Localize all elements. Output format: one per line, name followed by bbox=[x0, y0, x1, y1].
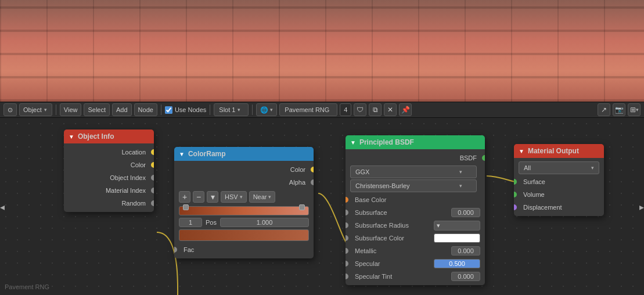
surface-label: Surface bbox=[519, 178, 545, 185]
colorramp-color-output-row: Color bbox=[174, 163, 314, 176]
colorramp-alpha-output-socket[interactable] bbox=[311, 179, 314, 185]
collapse-icon: ▼ bbox=[69, 134, 74, 140]
material-index-label: Material Index bbox=[106, 187, 146, 194]
add-label: Add bbox=[116, 106, 128, 113]
subsurface-method-dropdown[interactable]: Christensen-Burley ▾ bbox=[350, 179, 477, 192]
shield-icon-btn[interactable]: 🛡 bbox=[354, 103, 366, 116]
close-icon: ✕ bbox=[387, 106, 393, 114]
bsdf-output-row: BSDF bbox=[346, 152, 485, 164]
surface-socket[interactable] bbox=[514, 179, 517, 185]
subsurface-radius-label: Subsurface Radius bbox=[350, 222, 434, 229]
specular-label: Specular bbox=[350, 260, 434, 267]
colorramp-gradient[interactable] bbox=[179, 206, 309, 215]
editor-type-btn[interactable]: ⊞ ▾ bbox=[628, 103, 641, 116]
distribution-arrow: ▾ bbox=[459, 169, 462, 175]
specular-tint-value[interactable]: 0.000 bbox=[451, 272, 480, 281]
material-output-node: ▼ Material Output All ▾ Surface Volume bbox=[514, 144, 604, 216]
specular-value[interactable]: 0.500 bbox=[434, 259, 480, 268]
left-sidebar-arrow[interactable]: ◂ bbox=[0, 201, 5, 212]
object-mode-dropdown[interactable]: Object ▾ bbox=[19, 103, 52, 116]
material-name-field[interactable]: Pavement RNG bbox=[279, 103, 337, 116]
use-nodes-label: Use Nodes bbox=[175, 106, 206, 113]
material-output-collapse-icon: ▼ bbox=[519, 148, 524, 154]
metallic-field: Metallic 0.000 bbox=[346, 244, 485, 257]
colorramp-pos-row: Pos bbox=[174, 217, 314, 228]
copy-icon-btn[interactable]: ⧉ bbox=[369, 103, 382, 116]
bsdf-output-socket[interactable] bbox=[482, 155, 485, 161]
location-socket[interactable] bbox=[151, 149, 154, 155]
displacement-socket[interactable] bbox=[514, 204, 517, 210]
colorramp-remove-btn[interactable]: − bbox=[193, 191, 204, 203]
select-btn[interactable]: Select bbox=[84, 103, 110, 116]
subsurface-color-swatch[interactable] bbox=[434, 233, 480, 243]
separator-1 bbox=[56, 105, 56, 115]
subsurface-color-socket[interactable] bbox=[346, 235, 348, 241]
object-mode-label: Object bbox=[23, 106, 42, 113]
subsurface-radius-socket[interactable] bbox=[346, 222, 348, 228]
subsurface-radius-arrow: ▾ bbox=[437, 222, 440, 229]
specular-tint-socket[interactable] bbox=[346, 274, 348, 279]
material-output-mode-dropdown[interactable]: All ▾ bbox=[519, 161, 599, 174]
material-output-body: All ▾ Surface Volume Displacement bbox=[514, 158, 604, 216]
add-btn[interactable]: Add bbox=[112, 103, 132, 116]
colorramp-color-bar[interactable] bbox=[179, 229, 309, 241]
gradient-stop-right[interactable] bbox=[299, 204, 305, 218]
colorramp-pos-value-input[interactable] bbox=[220, 218, 309, 227]
colorramp-color-output-socket[interactable] bbox=[311, 167, 314, 172]
base-color-socket[interactable] bbox=[346, 197, 348, 203]
subsurface-radius-dropdown[interactable]: ▾ bbox=[434, 221, 480, 231]
colorramp-mode1-dropdown[interactable]: HSV ▾ bbox=[221, 191, 247, 203]
colorramp-add-btn[interactable]: + bbox=[179, 191, 190, 203]
object-info-header[interactable]: ▼ Object Info bbox=[64, 129, 154, 143]
colorramp-mode2-dropdown[interactable]: Near ▾ bbox=[249, 191, 276, 203]
location-row: Location bbox=[64, 146, 154, 159]
right-sidebar-arrow[interactable]: ▸ bbox=[639, 201, 644, 212]
slot-dropdown[interactable]: Slot 1 ▾ bbox=[214, 103, 249, 116]
material-output-mode-label: All bbox=[524, 164, 531, 171]
node-btn[interactable]: Node bbox=[134, 103, 157, 116]
specular-socket[interactable] bbox=[346, 261, 348, 267]
metallic-value[interactable]: 0.000 bbox=[451, 246, 480, 256]
random-socket[interactable] bbox=[151, 200, 154, 206]
view-btn[interactable]: View bbox=[60, 103, 82, 116]
render-icon-btn[interactable]: 📷 bbox=[613, 103, 625, 116]
material-output-header[interactable]: ▼ Material Output bbox=[514, 144, 604, 158]
colorramp-expand-btn[interactable]: ▾ bbox=[207, 191, 218, 203]
volume-label: Volume bbox=[519, 191, 545, 198]
volume-input-row: Volume bbox=[514, 188, 604, 201]
scene-name-label: Pavement RNG bbox=[5, 283, 49, 290]
slot-arrow: ▾ bbox=[238, 107, 240, 113]
volume-socket[interactable] bbox=[514, 192, 517, 197]
use-nodes-checkbox[interactable] bbox=[165, 106, 172, 114]
mode-icon-btn[interactable]: ⊙ bbox=[3, 103, 17, 116]
subsurface-color-label: Subsurface Color bbox=[350, 235, 434, 242]
navigate-icon-btn[interactable]: ↗ bbox=[598, 103, 610, 116]
material-output-title: Material Output bbox=[528, 147, 579, 155]
colorramp-fac-input-row: Fac bbox=[174, 243, 314, 256]
pin-icon-btn[interactable]: 📌 bbox=[399, 103, 412, 116]
render-icon: 📷 bbox=[615, 106, 624, 114]
pin-icon: 📌 bbox=[401, 106, 410, 114]
colorramp-index-input[interactable] bbox=[179, 218, 202, 227]
subsurface-socket[interactable] bbox=[346, 210, 348, 215]
colorramp-header[interactable]: ▼ ColorRamp bbox=[174, 147, 314, 161]
world-icon-btn[interactable]: 🌐 ▾ bbox=[256, 103, 277, 116]
colorramp-node: ▼ ColorRamp Color Alpha + − ▾ HSV ▾ bbox=[174, 147, 314, 258]
distribution-dropdown[interactable]: GGX ▾ bbox=[350, 166, 477, 178]
material-name-text: Pavement RNG bbox=[285, 106, 329, 113]
colorramp-fac-socket[interactable] bbox=[174, 247, 177, 253]
metallic-socket[interactable] bbox=[346, 248, 348, 254]
subsurface-radius-field: Subsurface Radius ▾ bbox=[346, 219, 485, 232]
object-info-title: Object Info bbox=[78, 132, 114, 141]
stop-marker-left bbox=[183, 204, 189, 210]
close-icon-btn[interactable]: ✕ bbox=[384, 103, 397, 116]
subsurface-value[interactable]: 0.000 bbox=[451, 208, 480, 217]
subsurface-field: Subsurface 0.000 bbox=[346, 206, 485, 219]
principled-header[interactable]: ▼ Principled BSDF bbox=[346, 135, 485, 149]
material-index-socket[interactable] bbox=[151, 188, 154, 193]
node-label: Node bbox=[138, 106, 153, 113]
color-socket[interactable] bbox=[151, 162, 154, 168]
copy-icon: ⧉ bbox=[373, 106, 378, 114]
gradient-stop-left[interactable] bbox=[183, 204, 189, 218]
object-index-socket[interactable] bbox=[151, 175, 154, 181]
